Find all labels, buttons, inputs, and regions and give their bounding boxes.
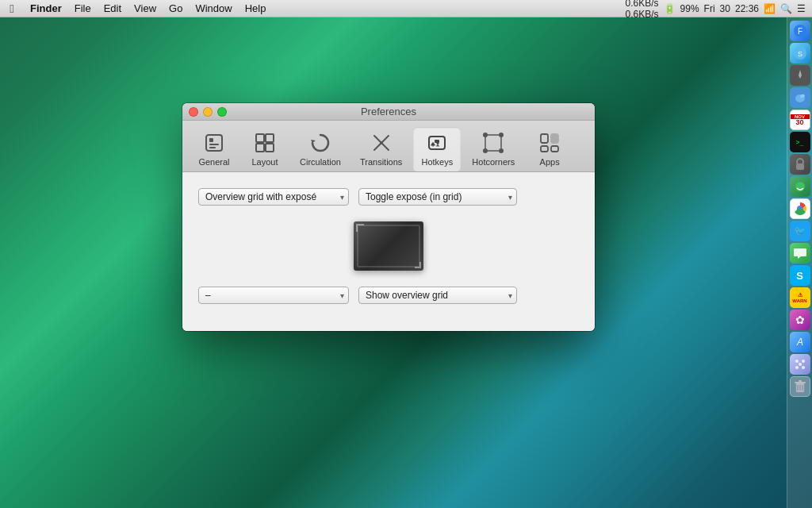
svg-rect-29	[256, 144, 264, 152]
preferences-content: Overview grid with exposéOverview gridEx…	[182, 172, 595, 331]
dock-icon-finder[interactable]: F	[790, 21, 810, 41]
svg-rect-46	[551, 146, 558, 152]
dock-icon-1password[interactable]	[790, 154, 810, 175]
menu-file[interactable]: File	[68, 2, 98, 14]
corner-marker-br	[415, 262, 421, 268]
menu-finder[interactable]: Finder	[24, 2, 68, 14]
apps-label: Apps	[540, 157, 560, 167]
svg-rect-19	[799, 380, 802, 382]
menubar:  Finder File Edit View Go Window Help 0…	[0, 0, 812, 17]
svg-rect-38	[485, 135, 501, 151]
menu-view[interactable]: View	[128, 2, 163, 14]
svg-rect-18	[795, 382, 806, 383]
svg-point-35	[380, 141, 383, 144]
battery-icon: 🔋	[664, 3, 676, 14]
svg-text:F: F	[797, 27, 802, 36]
toolbar-item-layout[interactable]: Layout	[241, 127, 289, 171]
apple-menu[interactable]: 	[0, 2, 24, 15]
svg-rect-25	[209, 144, 219, 145]
menu-go[interactable]: Go	[163, 2, 189, 14]
action-type-wrapper: Overview grid with exposéOverview gridEx…	[198, 188, 349, 206]
dock-icon-warning[interactable]: ⚠WARN	[790, 287, 810, 308]
menu-help[interactable]: Help	[239, 2, 273, 14]
dock-icon-twitter[interactable]: 🐦	[790, 221, 810, 241]
svg-point-14	[795, 366, 799, 369]
hotcorners-label: Hotcorners	[472, 157, 515, 167]
svg-rect-27	[256, 134, 264, 142]
dock-icon-appstore[interactable]: A	[790, 332, 810, 352]
titlebar: Preferences	[182, 103, 595, 121]
dock-icon-calendar[interactable]: NOV 30	[790, 110, 810, 130]
circulation-label: Circulation	[300, 157, 341, 167]
hotkeys-icon	[424, 130, 450, 156]
dock-icon-instastats[interactable]: ✿	[790, 310, 810, 330]
preferences-window: Preferences General	[182, 103, 595, 331]
preview-box	[354, 221, 423, 271]
toolbar-item-hotkeys[interactable]: Hotkeys	[413, 127, 461, 171]
svg-point-42	[499, 148, 504, 153]
svg-point-40	[499, 133, 504, 137]
svg-rect-37	[435, 140, 439, 143]
window-title: Preferences	[182, 106, 595, 117]
toolbar-item-transitions[interactable]: Transitions	[352, 127, 410, 171]
transitions-icon	[369, 130, 394, 156]
dock-icon-trash[interactable]	[790, 376, 810, 397]
general-label: General	[198, 157, 229, 167]
svg-point-13	[802, 360, 805, 363]
svg-text:S: S	[797, 50, 802, 58]
action-type-select[interactable]: Overview grid with exposéOverview gridEx…	[198, 188, 349, 206]
hotcorners-icon	[481, 130, 506, 156]
toolbar-item-circulation[interactable]: Circulation	[292, 127, 349, 171]
svg-point-16	[799, 363, 802, 366]
modifier-key-wrapper: –Option 1Option 2	[198, 287, 349, 304]
minimize-button[interactable]	[203, 107, 213, 117]
dock-icon-skype[interactable]: S	[790, 265, 810, 286]
menu-edit[interactable]: Edit	[98, 2, 128, 14]
action-value-wrapper: Toggle exposé (in grid)Toggle exposéShow…	[358, 188, 517, 206]
dock-icon-safari[interactable]: S	[790, 43, 810, 64]
action-value-select[interactable]: Toggle exposé (in grid)Toggle exposéShow…	[358, 188, 517, 206]
list-icon[interactable]: ☰	[797, 3, 806, 14]
time-label: 22:36	[735, 3, 759, 14]
search-icon[interactable]: 🔍	[780, 3, 792, 14]
dock-icon-messages[interactable]	[790, 243, 810, 264]
circulation-icon	[308, 130, 333, 156]
close-button[interactable]	[189, 107, 198, 117]
dock-icon-bird[interactable]	[790, 87, 810, 108]
wifi-icon[interactable]: 📶	[764, 3, 776, 14]
layout-label: Layout	[251, 157, 278, 167]
svg-rect-28	[266, 134, 274, 142]
svg-rect-30	[266, 144, 274, 152]
svg-rect-44	[551, 134, 558, 143]
overview-action-select[interactable]: Show overview gridHide overview gridTogg…	[358, 287, 517, 304]
network-status: 0.6KB/s0.6KB/s	[626, 0, 659, 20]
modifier-key-select[interactable]: –Option 1Option 2	[198, 287, 349, 304]
maximize-button[interactable]	[217, 107, 227, 117]
menu-window[interactable]: Window	[189, 2, 238, 14]
date-label: 30	[720, 3, 730, 14]
svg-point-39	[483, 133, 488, 137]
dock-icon-launchpad[interactable]	[790, 354, 810, 375]
toolbar: General Layout Circulatio	[182, 121, 595, 172]
svg-text:A: A	[795, 337, 802, 348]
svg-rect-43	[541, 134, 548, 143]
svg-point-12	[795, 360, 799, 363]
dock-icon-chrome[interactable]	[790, 198, 810, 219]
toolbar-item-hotcorners[interactable]: Hotcorners	[464, 127, 523, 171]
battery-level: 99%	[680, 3, 699, 14]
dock-icon-rocket[interactable]	[790, 65, 810, 86]
preview-area	[198, 221, 579, 271]
toolbar-item-general[interactable]: General	[190, 127, 238, 171]
dock-icon-adium[interactable]	[790, 176, 810, 197]
toolbar-item-apps[interactable]: Apps	[526, 127, 573, 171]
hotkeys-label: Hotkeys	[421, 157, 453, 167]
svg-rect-24	[209, 138, 213, 142]
dock: F S NOV 30 >_ 🐦 S ⚠WARN	[787, 17, 812, 508]
bottom-controls-row: –Option 1Option 2 Show overview gridHide…	[198, 287, 579, 304]
apps-icon	[537, 130, 562, 156]
svg-rect-45	[541, 146, 548, 152]
svg-point-41	[483, 148, 488, 153]
svg-point-15	[802, 366, 805, 369]
overview-action-wrapper: Show overview gridHide overview gridTogg…	[358, 287, 517, 304]
dock-icon-terminal[interactable]: >_	[790, 132, 810, 152]
